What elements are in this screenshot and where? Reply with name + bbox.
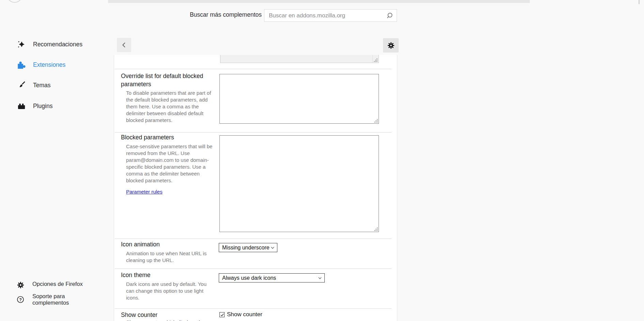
blocked-parameters-textarea-wrap [219, 135, 379, 232]
blocked-parameters-title: Blocked parameters [121, 133, 210, 141]
icon-animation-description: Animation to use when Neat URL is cleani… [126, 250, 215, 264]
brush-icon [16, 80, 26, 90]
chevron-down-icon [271, 247, 274, 249]
override-list-description: To disable parameters that are part of t… [126, 90, 213, 124]
chrome-arc-artifact [7, 0, 22, 3]
section-divider [115, 269, 392, 269]
chevron-left-icon [120, 41, 128, 49]
override-list-textarea-wrap [219, 74, 379, 124]
section-divider [115, 239, 392, 239]
blocked-parameters-description: Case-sensitive parameters that will be r… [126, 143, 213, 184]
show-counter-title: Show counter [121, 311, 157, 319]
back-button[interactable] [117, 38, 131, 52]
icon-animation-selected-value: Missing underscore [222, 245, 270, 251]
resize-grip-icon[interactable] [374, 227, 378, 231]
sidebar-item-label: Opciones de Firefox [32, 281, 83, 287]
section-divider [115, 69, 392, 69]
search-more-addons-label: Buscar más complementos [189, 11, 262, 18]
search-input[interactable] [264, 10, 397, 21]
icon-animation-title: Icon animation [121, 240, 160, 248]
sidebar-item-firefox-options[interactable]: Opciones de Firefox [16, 281, 83, 289]
puzzle-icon [16, 60, 26, 70]
sidebar-item-label: Recomendaciones [33, 41, 82, 48]
sidebar-item-label: Extensiones [33, 61, 65, 68]
sidebar-item-plugins[interactable]: Plugins [16, 101, 52, 111]
sidebar-item-recommendations[interactable]: Recomendaciones [16, 40, 82, 49]
sidebar-item-label: Soporte para complementos [32, 293, 83, 306]
sidebar-item-themes[interactable]: Temas [16, 80, 51, 90]
blocked-parameters-textarea[interactable] [220, 136, 379, 232]
chevron-down-icon [318, 277, 322, 279]
section-divider [115, 308, 392, 309]
checkmark-icon [220, 313, 224, 317]
gear-icon [16, 281, 25, 289]
gear-icon [387, 42, 395, 49]
sidebar-item-extensions[interactable]: Extensiones [16, 60, 65, 70]
scrollbar-divider [372, 55, 373, 63]
sidebar-item-label: Temas [33, 82, 51, 89]
override-list-title: Override list for default blocked parame… [121, 72, 210, 88]
sparkle-icon [16, 40, 26, 49]
icon-animation-select[interactable]: Missing underscore [219, 243, 277, 252]
svg-text:?: ? [19, 297, 22, 302]
browser-chrome-strip [108, 0, 530, 3]
icon-theme-selected-value: Always use dark icons [222, 275, 276, 281]
section-divider [115, 132, 392, 133]
show-counter-checkbox[interactable] [219, 312, 225, 317]
addons-search-box[interactable] [264, 9, 397, 22]
resize-grip-icon[interactable] [374, 58, 378, 62]
icon-theme-description: Dark icons are used by default. You can … [126, 281, 215, 301]
search-icon [386, 12, 393, 19]
icon-theme-select[interactable]: Always use dark icons [219, 273, 325, 282]
override-list-textarea[interactable] [220, 74, 379, 123]
addon-options-panel: Override list for default blocked parame… [114, 55, 397, 321]
help-icon: ? [16, 295, 25, 304]
icon-theme-title: Icon theme [121, 271, 151, 279]
sidebar-item-addons-support[interactable]: ? Soporte para complementos [16, 293, 83, 306]
parameter-rules-link[interactable]: Parameter rules [126, 189, 163, 195]
resize-grip-icon[interactable] [374, 119, 378, 123]
show-counter-checkbox-label: Show counter [227, 311, 262, 318]
scrollbar-artifact [639, 0, 640, 4]
plug-icon [16, 101, 26, 111]
show-counter-description: Show a counter which displays the [126, 319, 218, 321]
addon-settings-button[interactable] [383, 38, 399, 52]
default-blocked-parameters-textarea[interactable] [220, 55, 379, 63]
sidebar-item-label: Plugins [33, 103, 52, 110]
